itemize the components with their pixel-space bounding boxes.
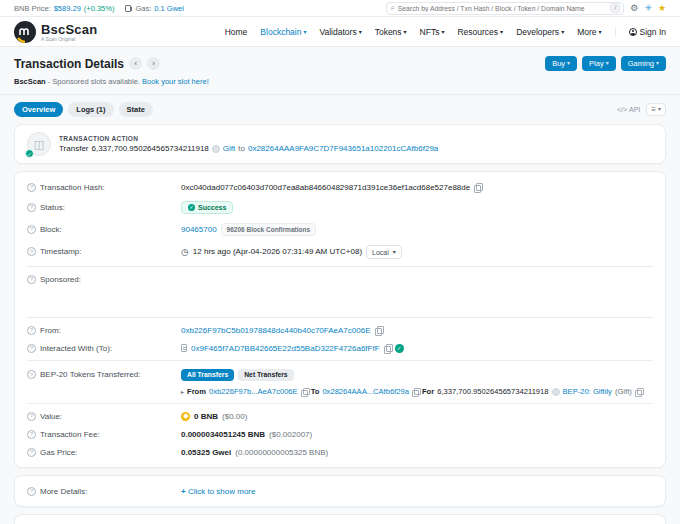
all-transfers-button[interactable]: All Transfers xyxy=(181,369,234,381)
copy-icon[interactable] xyxy=(301,388,308,396)
help-icon[interactable] xyxy=(27,370,36,379)
nav-developers[interactable]: Developers xyxy=(516,27,564,37)
help-icon[interactable] xyxy=(27,275,36,284)
transaction-hash-value: 0xc040dad077c06403d700d7ea8ab84660482987… xyxy=(181,183,470,192)
row-timestamp: Timestamp: ◷ 12 hrs ago (Apr-04-2026 07:… xyxy=(27,240,653,263)
transaction-action-card: ◫ ✓ TRANSACTION ACTION Transfer 6,337,70… xyxy=(14,124,666,164)
person-icon xyxy=(629,28,637,36)
fee-amount: 0.0000034051245 BNB xyxy=(181,430,265,439)
row-status: Status: ✓ Success xyxy=(27,196,653,218)
help-icon[interactable] xyxy=(27,225,36,234)
sponsor-brand: BscScan xyxy=(14,77,46,86)
action-verb: Transfer xyxy=(59,144,89,153)
slash-shortcut-key: / xyxy=(610,3,620,13)
transfer-from-link[interactable]: 0xb226F97b...AeA7c006E xyxy=(209,387,298,396)
tab-overview[interactable]: Overview xyxy=(14,102,63,117)
prev-txn-button[interactable]: ‹ xyxy=(129,57,142,70)
timestamp-value: 12 hrs ago (Apr-04-2026 07:31:49 AM UTC+… xyxy=(193,247,362,256)
nav-home[interactable]: Home xyxy=(225,27,248,37)
action-amount: 6,337,700.950264565734211918 xyxy=(92,144,209,153)
value-usd: ($0.00) xyxy=(222,412,247,421)
help-icon[interactable] xyxy=(27,344,36,353)
transaction-details-card: Transaction Hash: 0xc040dad077c06403d700… xyxy=(14,171,666,468)
token-coin-icon xyxy=(552,388,560,396)
theme-toggle-icon[interactable]: ✳ xyxy=(644,3,652,13)
action-to-address[interactable]: 0x28264AAA9FA9C7D7F943651a102201cCAfb6f2… xyxy=(248,144,438,153)
page-head: Transaction Details ‹ › Buy Play Gaming xyxy=(0,47,680,74)
clock-icon: ◷ xyxy=(181,247,189,257)
gas-value[interactable]: 0.1 Gwei xyxy=(154,4,184,13)
help-icon[interactable] xyxy=(27,487,36,496)
net-transfers-button[interactable]: Net Transfers xyxy=(238,369,293,381)
transfer-to-link[interactable]: 0x28264AAA...CAfb6f29a xyxy=(322,387,409,396)
copy-icon[interactable] xyxy=(375,326,382,334)
copy-icon[interactable] xyxy=(635,388,642,396)
nav-nfts[interactable]: NFTs xyxy=(420,27,445,37)
nav-divider xyxy=(615,27,616,37)
sponsored-empty-space xyxy=(27,288,653,314)
help-icon[interactable] xyxy=(27,247,36,256)
row-from: From: 0xb226F97bC5b01978848dc440b40c70FA… xyxy=(27,321,653,339)
bnb-price-label: BNB Price: xyxy=(14,4,51,13)
gas-label: Gas: xyxy=(135,4,151,13)
gas-pump-icon xyxy=(125,5,131,12)
block-number-link[interactable]: 90465700 xyxy=(181,225,217,234)
nav-blockchain[interactable]: Blockchain xyxy=(260,27,306,37)
verified-contract-icon: ✓ xyxy=(395,344,404,353)
row-transaction-hash: Transaction Hash: 0xc040dad077c06403d700… xyxy=(27,178,653,196)
nav-resources[interactable]: Resources xyxy=(457,27,503,37)
bullet-icon: ▸ xyxy=(181,388,184,395)
sign-in-button[interactable]: Sign In xyxy=(629,27,666,37)
gold-badge-icon[interactable]: ★ xyxy=(658,3,666,13)
token-transfer-row: ▸ From 0xb226F97b...AeA7c006E To 0x28264… xyxy=(181,385,653,400)
gear-icon[interactable]: ⚙ xyxy=(630,3,638,13)
transfer-token-link[interactable]: BEP-20: Giftily xyxy=(563,387,612,396)
help-icon[interactable] xyxy=(27,430,36,439)
buy-button[interactable]: Buy xyxy=(545,56,577,71)
next-txn-button[interactable]: › xyxy=(147,57,160,70)
copy-icon[interactable] xyxy=(412,388,419,396)
nav-more[interactable]: More xyxy=(577,27,601,37)
tabs-row: Overview Logs (1) State </> API ≡ xyxy=(0,95,680,124)
transfer-amount: 6,337,700.950264565734211918 xyxy=(437,387,548,396)
sponsor-line: BscScan - Sponsored slots available. Boo… xyxy=(0,74,680,95)
token-link[interactable]: Gift xyxy=(223,144,235,153)
search-input[interactable] xyxy=(398,5,611,12)
bscscan-logo[interactable]: BscScan A Scan Original xyxy=(14,21,97,43)
show-more-link[interactable]: + Click to show more xyxy=(181,487,255,496)
from-address-link[interactable]: 0xb226F97bC5b01978848dc440b40c70FAeA7c00… xyxy=(181,326,371,335)
nav-tokens[interactable]: Tokens xyxy=(375,27,407,37)
main-nav: Home Blockchain Validators Tokens NFTs R… xyxy=(225,27,666,37)
token-coin-icon xyxy=(212,145,220,153)
sponsor-link[interactable]: Book your slot here! xyxy=(142,77,209,86)
help-icon[interactable] xyxy=(27,203,36,212)
value-amount: 0 BNB xyxy=(194,412,218,421)
main-header: BscScan A Scan Original Home Blockchain … xyxy=(0,17,680,47)
transaction-action-heading: TRANSACTION ACTION xyxy=(59,135,438,142)
gaming-button[interactable]: Gaming xyxy=(621,56,666,71)
row-value: Value: 0 BNB ($0.00) xyxy=(27,407,653,425)
api-link[interactable]: </> API xyxy=(617,106,640,113)
copy-icon[interactable] xyxy=(384,344,391,352)
row-more-details: More Details: + Click to show more xyxy=(27,482,653,500)
copy-icon[interactable] xyxy=(474,183,481,191)
interacted-address-link[interactable]: 0x9F465f7AD7BB42665E22d55BaD322F4726a6fF… xyxy=(191,344,380,353)
bscscan-logo-icon xyxy=(14,21,36,43)
help-icon[interactable] xyxy=(27,412,36,421)
timezone-toggle-button[interactable]: Local xyxy=(366,245,402,259)
more-details-card: More Details: + Click to show more xyxy=(14,475,666,507)
view-options-button[interactable]: ≡ xyxy=(646,103,666,116)
bnb-price-value[interactable]: $589.29 xyxy=(54,4,81,13)
tab-logs[interactable]: Logs (1) xyxy=(68,102,113,117)
tab-state[interactable]: State xyxy=(119,102,153,117)
help-icon[interactable] xyxy=(27,448,36,457)
bnb-price-change: (+0.35%) xyxy=(84,4,115,13)
help-icon[interactable] xyxy=(27,183,36,192)
check-icon: ✓ xyxy=(188,204,195,211)
play-button[interactable]: Play xyxy=(582,56,616,71)
row-gas-price: Gas Price: 0.05325 Gwei (0.0000000000532… xyxy=(27,443,653,461)
search-bar[interactable]: ⌕ / xyxy=(386,2,624,15)
help-icon[interactable] xyxy=(27,326,36,335)
to-label: to xyxy=(238,144,245,153)
nav-validators[interactable]: Validators xyxy=(319,27,361,37)
